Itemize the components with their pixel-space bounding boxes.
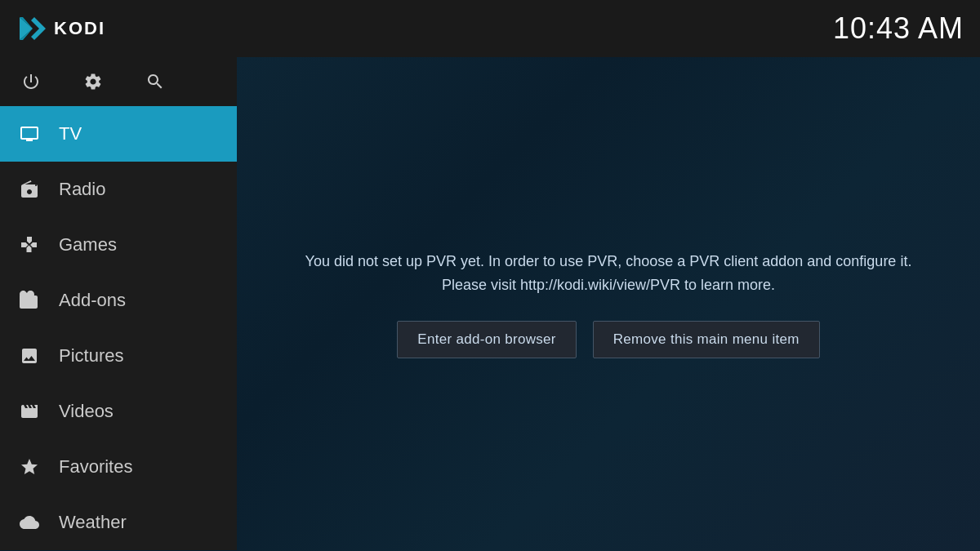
- addons-label: Add-ons: [59, 290, 126, 311]
- pictures-icon: [16, 343, 42, 369]
- main-layout: TV Radio Games Add-ons: [0, 57, 980, 551]
- sidebar-item-tv[interactable]: TV: [0, 106, 237, 162]
- sidebar-item-favorites[interactable]: Favorites: [0, 439, 237, 495]
- sidebar-item-radio[interactable]: Radio: [0, 162, 237, 217]
- content-area: You did not set up PVR yet. In order to …: [237, 57, 980, 551]
- search-icon[interactable]: [140, 67, 170, 96]
- addons-icon: [16, 287, 42, 313]
- tv-icon: [16, 121, 42, 147]
- header: KODI 10:43 AM: [0, 0, 980, 57]
- pvr-message: You did not set up PVR yet. In order to …: [305, 250, 912, 297]
- app-title: KODI: [54, 18, 105, 39]
- pictures-label: Pictures: [59, 345, 123, 367]
- settings-icon[interactable]: [78, 67, 108, 96]
- favorites-label: Favorites: [59, 456, 132, 478]
- kodi-logo-icon: [16, 14, 46, 43]
- svg-marker-1: [31, 17, 46, 40]
- sidebar-item-weather[interactable]: Weather: [0, 495, 237, 550]
- svg-marker-0: [20, 17, 33, 40]
- games-label: Games: [59, 234, 117, 256]
- clock-display: 10:43 AM: [833, 11, 964, 46]
- sidebar: TV Radio Games Add-ons: [0, 106, 237, 550]
- games-icon: [16, 232, 42, 258]
- remove-menu-item-button[interactable]: Remove this main menu item: [593, 321, 820, 358]
- pvr-message-line2: Please visit http://kodi.wiki/view/PVR t…: [442, 277, 775, 293]
- tv-label: TV: [59, 123, 82, 144]
- enter-addon-browser-button[interactable]: Enter add-on browser: [397, 321, 576, 358]
- weather-label: Weather: [59, 512, 127, 533]
- radio-label: Radio: [59, 179, 105, 200]
- radio-icon: [16, 176, 42, 202]
- sidebar-item-videos[interactable]: Videos: [0, 384, 237, 439]
- weather-icon: [16, 509, 42, 535]
- favorites-icon: [16, 454, 42, 480]
- sidebar-item-addons[interactable]: Add-ons: [0, 273, 237, 328]
- sidebar-item-pictures[interactable]: Pictures: [0, 328, 237, 384]
- button-row: Enter add-on browser Remove this main me…: [397, 321, 819, 358]
- logo-area: KODI: [16, 14, 105, 43]
- videos-label: Videos: [59, 401, 114, 422]
- toolbar: [0, 57, 237, 106]
- pvr-message-line1: You did not set up PVR yet. In order to …: [305, 253, 912, 269]
- power-icon[interactable]: [16, 67, 46, 96]
- videos-icon: [16, 398, 42, 424]
- sidebar-item-games[interactable]: Games: [0, 217, 237, 273]
